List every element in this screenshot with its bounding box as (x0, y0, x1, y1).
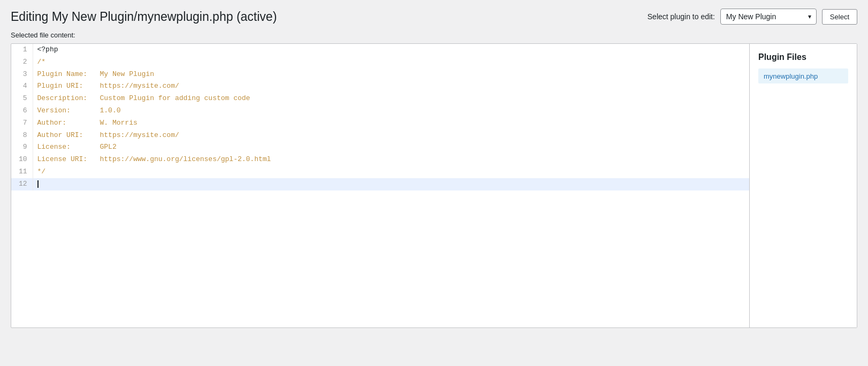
line-number: 6 (11, 105, 33, 117)
line-content: Description: Custom Plugin for adding cu… (33, 93, 749, 105)
editor-layout: 1<?php2/*3Plugin Name: My New Plugin4Plu… (11, 43, 857, 328)
line-content: Author URI: https://mysite.com/ (33, 129, 749, 142)
line-number: 1 (11, 44, 33, 56)
table-row: 9License: GPL2 (11, 141, 749, 154)
table-row: 12 (11, 178, 749, 190)
page-wrapper: Editing My New Plugin/mynewplugin.php (a… (0, 0, 868, 366)
line-number: 10 (11, 154, 33, 166)
table-row: 8Author URI: https://mysite.com/ (11, 129, 749, 142)
table-row: 6Version: 1.0.0 (11, 105, 749, 117)
code-comment: License URI: https://www.gnu.org/license… (37, 155, 271, 163)
table-row: 5Description: Custom Plugin for adding c… (11, 93, 749, 105)
line-number: 2 (11, 56, 33, 68)
code-comment: Plugin Name: My New Plugin (37, 70, 154, 78)
sidebar-panel: Plugin Files mynewplugin.php (750, 44, 857, 327)
code-editor[interactable]: 1<?php2/*3Plugin Name: My New Plugin4Plu… (11, 44, 750, 327)
line-number: 9 (11, 141, 33, 154)
line-content: Author: W. Morris (33, 117, 749, 129)
code-comment: License: GPL2 (37, 143, 117, 151)
code-table: 1<?php2/*3Plugin Name: My New Plugin4Plu… (11, 44, 749, 190)
line-number: 12 (11, 178, 33, 190)
select-button[interactable]: Select (822, 9, 857, 25)
line-number: 4 (11, 80, 33, 93)
plugin-select-dropdown[interactable]: My New Plugin (720, 9, 817, 25)
line-number: 8 (11, 129, 33, 142)
file-link[interactable]: mynewplugin.php (764, 72, 818, 80)
table-row: 1<?php (11, 44, 749, 56)
code-comment: Plugin URI: https://mysite.com/ (37, 82, 179, 90)
code-comment: Author URI: https://mysite.com/ (37, 131, 179, 139)
line-content: /* (33, 56, 749, 68)
code-comment: */ (37, 167, 46, 176)
line-content: Plugin Name: My New Plugin (33, 68, 749, 81)
line-number: 7 (11, 117, 33, 129)
table-row: 10License URI: https://www.gnu.org/licen… (11, 154, 749, 166)
line-number: 11 (11, 166, 33, 178)
code-comment: Description: Custom Plugin for adding cu… (37, 94, 250, 102)
table-row: 2/* (11, 56, 749, 68)
line-content: */ (33, 166, 749, 178)
file-item[interactable]: mynewplugin.php (758, 68, 848, 83)
code-comment: /* (37, 58, 46, 66)
cursor (37, 180, 39, 188)
line-content: License URI: https://www.gnu.org/license… (33, 154, 749, 166)
code-comment: Version: 1.0.0 (37, 106, 121, 115)
table-row: 4Plugin URI: https://mysite.com/ (11, 80, 749, 93)
line-content: <?php (33, 44, 749, 56)
line-content: License: GPL2 (33, 141, 749, 154)
table-row: 11*/ (11, 166, 749, 178)
table-row: 7Author: W. Morris (11, 117, 749, 129)
selector-label: Select plugin to edit: (648, 12, 715, 21)
code-comment: Author: W. Morris (37, 119, 138, 127)
line-content (33, 178, 749, 190)
line-content: Plugin URI: https://mysite.com/ (33, 80, 749, 93)
line-content: Version: 1.0.0 (33, 105, 749, 117)
header-row: Editing My New Plugin/mynewplugin.php (a… (11, 9, 857, 25)
table-row: 3Plugin Name: My New Plugin (11, 68, 749, 81)
subheader-label: Selected file content: (11, 31, 857, 39)
plugin-dropdown-wrapper[interactable]: My New Plugin (720, 9, 817, 25)
file-list: mynewplugin.php (758, 68, 848, 83)
sidebar-title: Plugin Files (758, 52, 848, 62)
line-number: 5 (11, 93, 33, 105)
page-title: Editing My New Plugin/mynewplugin.php (a… (11, 10, 277, 24)
plugin-selector: Select plugin to edit: My New Plugin Sel… (648, 9, 857, 25)
line-number: 3 (11, 68, 33, 81)
